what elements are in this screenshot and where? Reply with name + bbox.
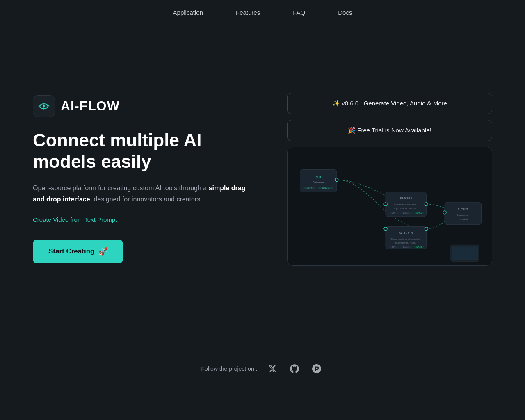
start-creating-button[interactable]: Start Creating 🚀 xyxy=(33,240,123,263)
svg-rect-24 xyxy=(386,227,426,249)
svg-point-42 xyxy=(425,227,428,231)
svg-point-41 xyxy=(425,203,428,206)
twitter-x-icon[interactable] xyxy=(265,362,279,376)
logo-text: AI-FLOW xyxy=(61,98,120,114)
logo-row: AI-FLOW xyxy=(33,95,254,117)
svg-text:appropriate and describe...: appropriate and describe... xyxy=(394,208,418,210)
svg-text:IMAGE: IMAGE xyxy=(416,246,422,248)
follow-text: Follow the project on : xyxy=(201,365,258,372)
rocket-icon: 🚀 xyxy=(98,247,107,256)
svg-point-38 xyxy=(335,178,338,181)
hero-left: AI-FLOW Connect multiple AI models easil… xyxy=(33,95,254,264)
svg-text:Can create a visual from...: Can create a visual from... xyxy=(394,204,418,206)
github-icon[interactable] xyxy=(288,362,301,376)
svg-point-43 xyxy=(443,211,446,214)
svg-rect-34 xyxy=(445,202,481,225)
svg-text:PROCESS: PROCESS xyxy=(400,197,412,200)
svg-rect-45 xyxy=(452,246,478,260)
announcement-trial-button[interactable]: 🎉 Free Trial is Now Available! xyxy=(287,120,492,141)
footer: Follow the project on : xyxy=(0,345,525,396)
svg-text:DALL-E 3: DALL-E 3 xyxy=(399,232,413,235)
hero-title: Connect multiple AI models easily xyxy=(33,130,254,173)
flow-preview: INPUT Text prompt GPT-4 DALL-E PROCESS C… xyxy=(287,147,492,266)
hero-description: Open-source platform for creating custom… xyxy=(33,183,254,205)
svg-text:GPT-4: GPT-4 xyxy=(307,187,312,189)
svg-text:DALL-E: DALL-E xyxy=(403,246,410,248)
producthunt-icon[interactable] xyxy=(310,362,324,376)
svg-text:Sharing results from imaginati: Sharing results from imagination... xyxy=(390,238,421,240)
hero-section: AI-FLOW Connect multiple AI models easil… xyxy=(0,25,525,313)
svg-point-40 xyxy=(384,227,387,231)
svg-text:OUTPUT: OUTPUT xyxy=(458,208,468,211)
svg-text:to a meaningful result...: to a meaningful result... xyxy=(395,242,417,244)
announcement-v060-button[interactable]: ✨ v0.6.0 : Generate Video, Audio & More xyxy=(287,93,492,114)
svg-text:IMAGE: IMAGE xyxy=(416,212,422,214)
nav-features[interactable]: Features xyxy=(236,9,260,16)
svg-text:GPT: GPT xyxy=(392,212,395,214)
svg-point-1 xyxy=(43,105,45,107)
svg-text:DALL-E: DALL-E xyxy=(403,212,410,214)
nav-application[interactable]: Application xyxy=(173,9,203,16)
nav-faq[interactable]: FAQ xyxy=(293,9,305,16)
create-video-link[interactable]: Create Video from Text Prompt xyxy=(33,216,254,223)
flow-canvas: INPUT Text prompt GPT-4 DALL-E PROCESS C… xyxy=(288,147,492,265)
svg-text:Image result: Image result xyxy=(457,214,469,216)
nav-docs[interactable]: Docs xyxy=(338,9,352,16)
svg-text:GPT: GPT xyxy=(392,246,395,248)
svg-text:INPUT: INPUT xyxy=(314,176,323,179)
hero-right: ✨ v0.6.0 : Generate Video, Audio & More … xyxy=(287,93,492,266)
svg-text:my-output: my-output xyxy=(459,218,468,220)
svg-text:Text prompt: Text prompt xyxy=(313,181,324,183)
svg-text:DALL-E: DALL-E xyxy=(322,187,329,189)
svg-point-39 xyxy=(384,203,387,206)
main-nav: Application Features FAQ Docs xyxy=(0,0,525,25)
logo-icon xyxy=(33,95,55,117)
